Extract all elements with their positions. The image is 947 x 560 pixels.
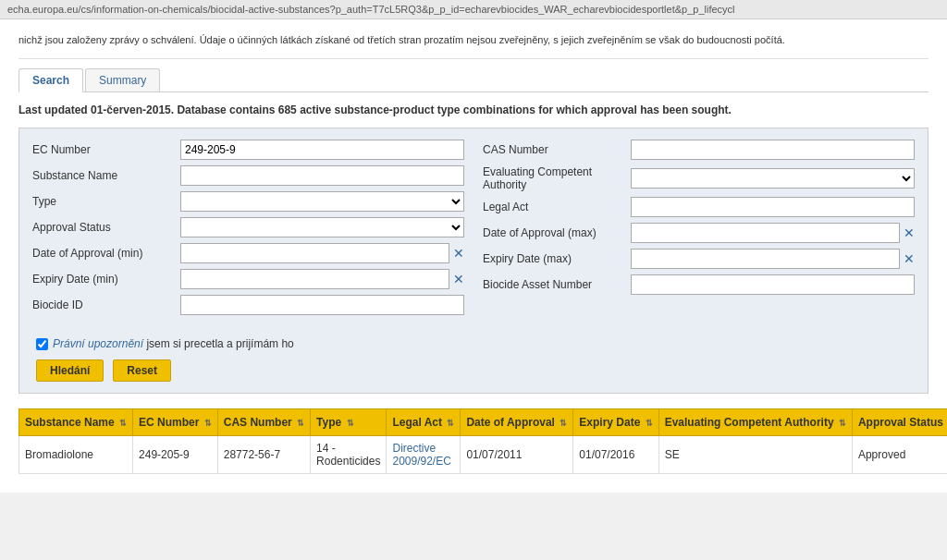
tabs-container: Search Summary <box>18 68 929 92</box>
legal-notice-link[interactable]: Právní upozornění <box>53 337 143 350</box>
type-select[interactable] <box>180 191 464 212</box>
col-evaluating-ca[interactable]: Evaluating Competent Authority ⇅ <box>658 409 852 436</box>
cas-number-input[interactable] <box>631 140 915 160</box>
biocide-id-label: Biocide ID <box>32 298 180 311</box>
info-text: Last updated 01-červen-2015. Database co… <box>18 103 929 116</box>
date-approval-max-row: Date of Approval (max) ✕ <box>483 223 915 243</box>
col-expiry-date[interactable]: Expiry Date ⇅ <box>573 409 658 436</box>
cell-substance-name: Bromadiolone <box>19 436 133 474</box>
ec-number-input[interactable] <box>180 140 464 160</box>
cell-type: 14 - Rodenticides <box>311 436 387 474</box>
sort-arrows-legal: ⇅ <box>447 419 454 428</box>
sort-arrows-substance: ⇅ <box>119 419 127 428</box>
date-approval-min-input[interactable] <box>180 243 449 263</box>
date-approval-min-row: Date of Approval (min) ✕ <box>32 243 464 263</box>
expiry-date-max-clear[interactable]: ✕ <box>904 251 915 266</box>
search-form: EC Number Substance Name Type Approval S… <box>18 128 929 394</box>
reset-button[interactable]: Reset <box>113 359 171 382</box>
tab-search[interactable]: Search <box>18 68 83 92</box>
evaluating-ca-row: Evaluating Competent Authority <box>483 165 915 191</box>
form-actions: Hledání Reset <box>36 359 915 382</box>
date-approval-min-clear[interactable]: ✕ <box>453 246 464 261</box>
results-table: Substance Name ⇅ EC Number ⇅ CAS Number … <box>18 408 947 474</box>
expiry-date-max-label: Expiry Date (max) <box>483 252 631 265</box>
col-date-approval[interactable]: Date of Approval ⇅ <box>461 409 573 436</box>
col-approval-status[interactable]: Approval Status ⇅ <box>852 409 947 436</box>
cell-legal-act[interactable]: Directive 2009/92/EC <box>387 436 461 474</box>
col-legal-act[interactable]: Legal Act ⇅ <box>387 409 461 436</box>
cell-expiry-date: 01/07/2016 <box>573 436 658 474</box>
type-label: Type <box>32 195 180 208</box>
biocide-asset-label: Biocide Asset Number <box>483 278 631 291</box>
browser-url-bar: echa.europa.eu/cs/information-on-chemica… <box>0 0 947 19</box>
legal-act-row: Legal Act <box>483 197 915 217</box>
expiry-date-max-input[interactable] <box>631 249 900 269</box>
substance-name-row: Substance Name <box>32 165 464 186</box>
date-approval-max-input[interactable] <box>631 223 900 243</box>
cell-ec-number: 249-205-9 <box>133 436 218 474</box>
legal-act-input[interactable] <box>631 197 915 217</box>
tab-summary[interactable]: Summary <box>85 68 160 91</box>
expiry-date-min-row: Expiry Date (min) ✕ <box>32 269 464 289</box>
sort-arrows-ec: ⇅ <box>204 419 212 428</box>
biocide-id-row: Biocide ID <box>32 295 464 315</box>
table-row: Bromadiolone 249-205-9 28772-56-7 14 - R… <box>19 436 948 474</box>
legal-notice-row: Právní upozornění jsem si precetla a pri… <box>36 330 915 350</box>
search-button[interactable]: Hledání <box>36 359 104 382</box>
sort-arrows-cas: ⇅ <box>297 419 304 428</box>
legal-act-label: Legal Act <box>483 201 631 213</box>
biocide-asset-row: Biocide Asset Number <box>483 274 915 295</box>
col-ec-number[interactable]: EC Number ⇅ <box>133 409 218 436</box>
substance-name-label: Substance Name <box>32 169 180 182</box>
col-cas-number[interactable]: CAS Number ⇅ <box>217 409 310 436</box>
expiry-date-min-label: Expiry Date (min) <box>32 273 180 286</box>
biocide-id-input[interactable] <box>180 295 464 315</box>
cas-number-row: CAS Number <box>483 140 915 160</box>
intro-text: nichž jsou založeny zprávy o schválení. … <box>18 29 929 59</box>
expiry-date-min-clear[interactable]: ✕ <box>453 272 464 286</box>
legal-notice-checkbox[interactable] <box>36 338 48 350</box>
approval-status-row: Approval Status <box>32 217 464 237</box>
approval-status-select[interactable] <box>180 217 464 237</box>
cell-evaluating-ca: SE <box>658 436 852 474</box>
cell-date-approval: 01/07/2011 <box>461 436 573 474</box>
evaluating-ca-select[interactable] <box>631 168 915 189</box>
evaluating-ca-label: Evaluating Competent Authority <box>483 165 631 191</box>
approval-status-label: Approval Status <box>32 221 180 234</box>
expiry-date-min-input[interactable] <box>180 269 449 289</box>
substance-name-input[interactable] <box>180 165 464 186</box>
col-substance-name[interactable]: Substance Name ⇅ <box>19 409 133 436</box>
col-type[interactable]: Type ⇅ <box>311 409 387 436</box>
ec-number-label: EC Number <box>32 143 180 156</box>
biocide-asset-input[interactable] <box>631 274 915 295</box>
sort-arrows-type: ⇅ <box>347 419 354 428</box>
sort-arrows-ca: ⇅ <box>839 419 846 428</box>
date-approval-max-label: Date of Approval (max) <box>483 226 631 239</box>
cell-approval-status: Approved <box>852 436 947 474</box>
date-approval-min-label: Date of Approval (min) <box>32 247 180 260</box>
expiry-date-max-row: Expiry Date (max) ✕ <box>483 249 915 269</box>
cell-cas-number: 28772-56-7 <box>217 436 310 474</box>
sort-arrows-expiry: ⇅ <box>646 419 653 428</box>
cas-number-label: CAS Number <box>483 143 631 156</box>
ec-number-row: EC Number <box>32 140 464 160</box>
legal-notice-text: jsem si precetla a prijímám ho <box>146 337 293 350</box>
date-approval-max-clear[interactable]: ✕ <box>904 225 915 240</box>
table-header-row: Substance Name ⇅ EC Number ⇅ CAS Number … <box>19 409 948 436</box>
type-row: Type <box>32 191 464 212</box>
sort-arrows-date-approval: ⇅ <box>560 419 567 428</box>
